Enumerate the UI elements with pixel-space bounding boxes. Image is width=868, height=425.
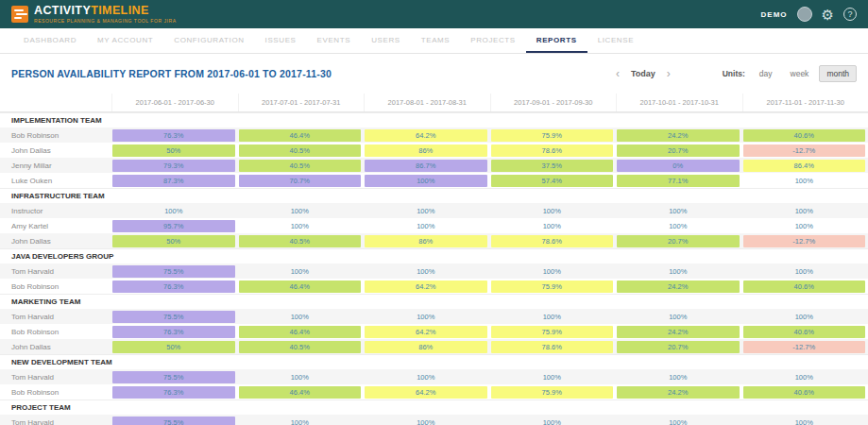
availability-value: 50% bbox=[112, 235, 235, 247]
availability-value: 100% bbox=[617, 311, 740, 323]
main-nav: DASHBOARDMY ACCOUNTCONFIGURATIONISSUESEV… bbox=[0, 28, 868, 54]
availability-cell: 100% bbox=[616, 416, 742, 425]
availability-cell: 100% bbox=[616, 219, 742, 233]
availability-value: -12.7% bbox=[743, 341, 866, 353]
availability-cell: 100% bbox=[364, 219, 490, 233]
availability-value: 40.5% bbox=[239, 341, 362, 353]
unit-button-day[interactable]: day bbox=[752, 65, 780, 82]
table-row: Tom Harvald75.5%100%100%100%100%100% bbox=[0, 415, 868, 425]
nav-item-issues[interactable]: ISSUES bbox=[255, 28, 307, 53]
availability-value: 40.5% bbox=[239, 160, 362, 172]
availability-cell: 100% bbox=[742, 310, 868, 324]
availability-value: 100% bbox=[239, 205, 362, 217]
availability-cell: 40.5% bbox=[238, 144, 365, 158]
availability-value: 100% bbox=[617, 220, 740, 232]
table-row: Bob Robinson76.3%46.4%64.2%75.9%24.2%40.… bbox=[0, 324, 868, 339]
table-row: Tom Harvald75.5%100%100%100%100%100% bbox=[0, 369, 868, 384]
availability-value: 75.5% bbox=[112, 371, 235, 383]
availability-value: 76.3% bbox=[112, 129, 235, 142]
availability-value: -12.7% bbox=[743, 144, 866, 157]
logo-activity: ACTIVITY bbox=[34, 4, 91, 17]
availability-cell: 20.7% bbox=[616, 340, 742, 354]
availability-value: 100% bbox=[617, 205, 740, 217]
availability-value: 75.9% bbox=[491, 280, 614, 293]
today-button[interactable]: Today bbox=[631, 69, 655, 78]
availability-cell: 75.9% bbox=[490, 385, 617, 400]
availability-value: 20.7% bbox=[617, 341, 740, 353]
availability-value: 100% bbox=[491, 220, 614, 232]
availability-value: 50% bbox=[112, 341, 235, 353]
table-row: Luke Ouken87.3%70.7%100%57.4%77.1%100% bbox=[0, 173, 868, 188]
nav-item-events[interactable]: EVENTS bbox=[307, 28, 362, 53]
nav-item-license[interactable]: LICENSE bbox=[587, 28, 644, 53]
unit-button-month[interactable]: month bbox=[819, 65, 857, 82]
availability-cell: 20.7% bbox=[616, 144, 742, 158]
availability-value: 75.9% bbox=[491, 386, 614, 399]
nav-item-teams[interactable]: TEAMS bbox=[411, 28, 461, 53]
availability-value: 24.2% bbox=[617, 129, 740, 142]
availability-cell: 24.2% bbox=[616, 325, 742, 339]
column-header-4: 2017-10-01 - 2017-10-31 bbox=[616, 94, 742, 111]
availability-cell: 100% bbox=[238, 370, 365, 384]
person-name-label: Amy Kartel bbox=[0, 222, 111, 230]
app-title: ACTIVITYTIMELINE bbox=[34, 5, 177, 17]
availability-cell: 76.3% bbox=[111, 280, 238, 294]
team-header-marketing-team: MARKETING TEAM bbox=[0, 294, 868, 309]
logo-timeline: TIMELINE bbox=[91, 4, 149, 17]
availability-cell: 100% bbox=[364, 310, 490, 324]
availability-cell: 75.9% bbox=[490, 128, 617, 143]
nav-item-projects[interactable]: PROJECTS bbox=[460, 28, 525, 53]
availability-cell: 100% bbox=[490, 219, 617, 233]
availability-cell: 78.6% bbox=[490, 144, 617, 158]
table-body: IMPLEMENTATION TEAMBob Robinson76.3%46.4… bbox=[0, 112, 868, 425]
availability-value: 77.1% bbox=[617, 175, 740, 187]
nav-item-configuration[interactable]: CONFIGURATION bbox=[163, 28, 254, 53]
availability-value: 100% bbox=[239, 371, 362, 383]
availability-value: 50% bbox=[112, 144, 235, 157]
availability-value: 37.5% bbox=[491, 160, 614, 172]
nav-item-my-account[interactable]: MY ACCOUNT bbox=[87, 28, 163, 53]
availability-value: -12.7% bbox=[743, 235, 866, 247]
table-row: Tom Harvald75.5%100%100%100%100%100% bbox=[0, 309, 868, 324]
availability-value: 100% bbox=[491, 311, 614, 323]
availability-value: 24.2% bbox=[617, 280, 740, 293]
availability-value: 20.7% bbox=[617, 235, 740, 247]
nav-item-dashboard[interactable]: DASHBOARD bbox=[13, 28, 87, 53]
app-logo[interactable]: ACTIVITYTIMELINE RESOURCE PLANNING & MAN… bbox=[11, 5, 177, 24]
settings-gear-icon[interactable]: ⚙ bbox=[822, 8, 834, 22]
availability-value: 100% bbox=[491, 265, 614, 278]
availability-cell: 57.4% bbox=[490, 174, 617, 188]
nav-item-reports[interactable]: REPORTS bbox=[526, 28, 587, 53]
table-row: Jenny Millar79.3%40.5%86.7%37.5%0%86.4% bbox=[0, 158, 868, 173]
table-row: John Dallas50%40.5%86%78.6%20.7%-12.7% bbox=[0, 339, 868, 354]
units-switcher: Units: dayweekmonth bbox=[723, 65, 857, 82]
column-header-0: 2017-06-01 - 2017-06-30 bbox=[111, 94, 238, 111]
availability-value: 100% bbox=[743, 220, 866, 232]
availability-value: 100% bbox=[743, 416, 866, 425]
availability-value: 76.3% bbox=[112, 280, 235, 293]
availability-value: 24.2% bbox=[617, 386, 740, 399]
availability-cell: 24.2% bbox=[616, 385, 742, 400]
nav-item-users[interactable]: USERS bbox=[361, 28, 411, 53]
user-avatar[interactable] bbox=[797, 7, 812, 22]
team-header-implementation-team: IMPLEMENTATION TEAM bbox=[0, 112, 868, 128]
availability-table: 2017-06-01 - 2017-06-302017-07-01 - 2017… bbox=[0, 94, 868, 425]
pager-next-icon[interactable]: › bbox=[667, 68, 671, 79]
availability-value: 100% bbox=[239, 311, 362, 323]
pager-prev-icon[interactable]: ‹ bbox=[616, 68, 620, 79]
unit-button-week[interactable]: week bbox=[783, 65, 817, 82]
availability-value: 0% bbox=[617, 160, 740, 172]
availability-cell: 100% bbox=[742, 416, 868, 425]
availability-value: 78.6% bbox=[491, 341, 614, 353]
availability-value: 24.2% bbox=[617, 326, 740, 338]
availability-value: 100% bbox=[365, 205, 487, 217]
availability-cell: 100% bbox=[490, 416, 617, 425]
availability-value: 40.6% bbox=[743, 280, 866, 293]
team-header-infrastructure-team: INFRASTRUCTURE TEAM bbox=[0, 188, 868, 203]
table-row: Bob Robinson76.3%46.4%64.2%75.9%24.2%40.… bbox=[0, 128, 868, 143]
team-header-java-developers-group: JAVA DEVELOPERS GROUP bbox=[0, 248, 868, 264]
availability-cell: 100% bbox=[742, 264, 868, 279]
availability-value: 100% bbox=[365, 416, 487, 425]
help-icon[interactable]: ? bbox=[843, 8, 857, 21]
availability-cell: 100% bbox=[238, 416, 365, 425]
